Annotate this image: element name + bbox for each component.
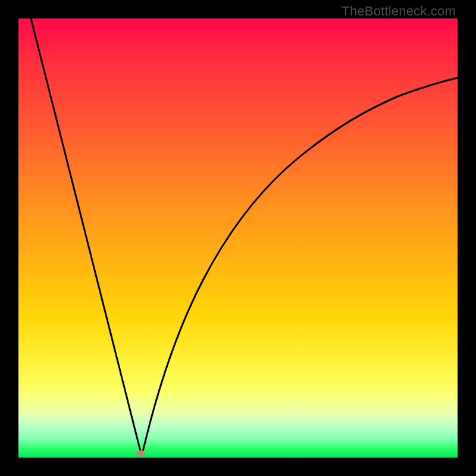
minimum-marker xyxy=(137,450,145,456)
attribution-text: TheBottleneck.com xyxy=(342,4,456,19)
chart-frame: TheBottleneck.com xyxy=(0,0,476,476)
curve-right-branch xyxy=(142,78,458,456)
curve-left-branch xyxy=(31,18,142,456)
plot-area xyxy=(18,18,458,458)
bottleneck-curve xyxy=(18,18,458,458)
